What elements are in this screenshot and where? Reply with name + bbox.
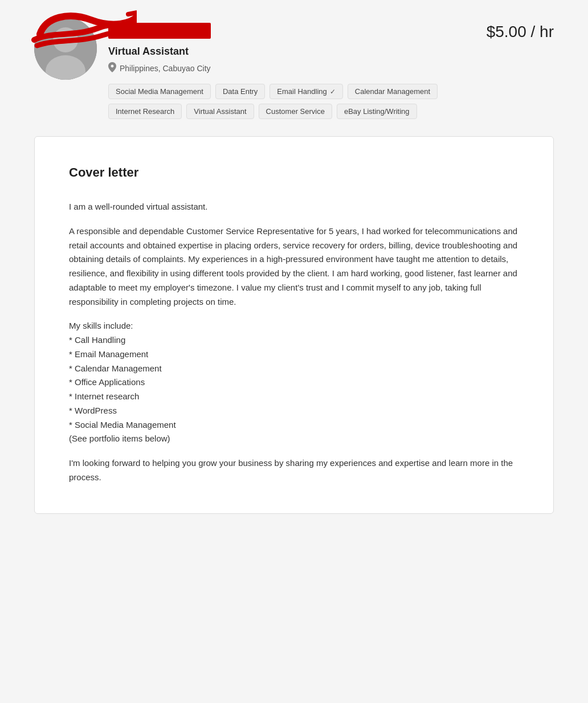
skill-tag-data-entry[interactable]: Data Entry: [215, 84, 265, 99]
location-icon: [108, 62, 116, 75]
cover-letter-para-1: I am a well-rounded virtual assistant.: [69, 200, 519, 214]
skill-label: Data Entry: [223, 87, 258, 96]
cover-letter-para-2: A responsible and dependable Customer Se…: [69, 224, 519, 309]
profile-title: Virtual Assistant: [108, 46, 487, 58]
rate-section: $5.00 / hr: [487, 17, 554, 41]
skill-tag-virtual-assistant[interactable]: Virtual Assistant: [186, 104, 254, 119]
profile-info: Virtual Assistant Philippines, Cabuyao C…: [108, 17, 487, 119]
cover-letter-body: I am a well-rounded virtual assistant. A…: [69, 200, 519, 485]
cover-letter-card: Cover letter I am a well-rounded virtual…: [34, 136, 554, 514]
skill-tag-email-handling[interactable]: Email Handling ✓: [270, 84, 342, 99]
skills-tags: Social Media Management Data Entry Email…: [108, 84, 487, 119]
location-text: Philippines, Cabuyao City: [120, 64, 211, 73]
name-redacted: [108, 23, 211, 39]
profile-header: Virtual Assistant Philippines, Cabuyao C…: [34, 17, 554, 119]
avatar: [34, 17, 97, 80]
skill-label: eBay Listing/Writing: [344, 107, 410, 116]
skill-tag-ebay[interactable]: eBay Listing/Writing: [337, 104, 417, 119]
cover-letter-para-4: I'm looking forward to helping you grow …: [69, 456, 519, 485]
skill-label: Email Handling: [277, 87, 326, 96]
profile-location: Philippines, Cabuyao City: [108, 62, 487, 75]
skill-tag-customer-service[interactable]: Customer Service: [259, 104, 332, 119]
rate-amount: $5.00 / hr: [487, 23, 554, 40]
skill-tag-calendar[interactable]: Calendar Management: [348, 84, 438, 99]
skill-label: Customer Service: [266, 107, 325, 116]
skill-label: Calendar Management: [355, 87, 430, 96]
skill-tag-social-media[interactable]: Social Media Management: [108, 84, 211, 99]
profile-left: Virtual Assistant Philippines, Cabuyao C…: [34, 17, 487, 119]
skill-label: Virtual Assistant: [194, 107, 246, 116]
check-icon: ✓: [330, 88, 336, 96]
cover-letter-title: Cover letter: [69, 165, 519, 180]
skill-tag-internet-research[interactable]: Internet Research: [108, 104, 182, 119]
skill-label: Social Media Management: [116, 87, 203, 96]
cover-letter-para-3: My skills include: * Call Handling * Ema…: [69, 319, 519, 446]
page-wrapper: Virtual Assistant Philippines, Cabuyao C…: [0, 0, 588, 548]
skill-label: Internet Research: [116, 107, 174, 116]
avatar-container: [34, 17, 97, 80]
svg-point-1: [53, 27, 78, 52]
